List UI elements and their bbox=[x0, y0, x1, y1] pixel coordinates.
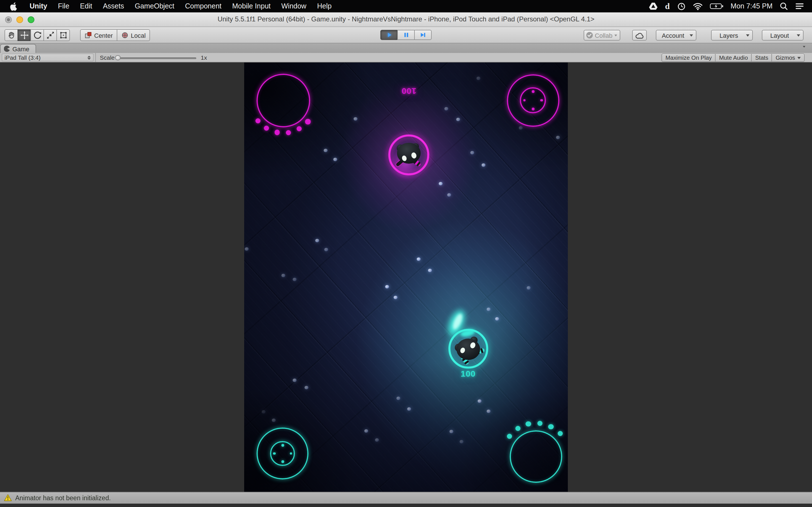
account-label: Account bbox=[656, 32, 690, 39]
move-tool-button[interactable] bbox=[17, 29, 31, 41]
stats-button[interactable]: Stats bbox=[751, 54, 772, 62]
layers-caret-icon bbox=[746, 34, 749, 36]
d-icon[interactable]: d bbox=[665, 1, 670, 11]
mute-audio-button[interactable]: Mute Audio bbox=[715, 54, 752, 62]
center-pivot-icon bbox=[85, 32, 92, 39]
hud-dot bbox=[515, 426, 520, 431]
pivot-local-label: Local bbox=[131, 32, 146, 39]
pause-button[interactable] bbox=[397, 30, 415, 40]
scale-slider-track[interactable] bbox=[117, 57, 196, 59]
layout-dropdown[interactable]: Layout bbox=[762, 30, 804, 41]
game-tab-label: Game bbox=[12, 45, 29, 52]
account-dropdown[interactable]: Account bbox=[656, 30, 696, 41]
rect-tool-button[interactable] bbox=[56, 29, 70, 41]
hand-icon bbox=[9, 33, 13, 38]
game-view-tab[interactable]: Game bbox=[0, 44, 36, 53]
aspect-updown-icon bbox=[87, 55, 91, 59]
menu-item-window[interactable]: Window bbox=[276, 0, 312, 12]
status-bar[interactable]: Animator has not been initialized. bbox=[0, 492, 812, 503]
move-icon bbox=[20, 31, 29, 40]
menu-item-gameobject[interactable]: GameObject bbox=[130, 0, 180, 12]
pivot-center-button[interactable]: Center bbox=[80, 29, 117, 41]
hud-dot bbox=[558, 431, 563, 436]
pivot-local-button[interactable]: Local bbox=[117, 29, 150, 41]
collab-check-icon bbox=[586, 32, 593, 39]
collab-caret-icon bbox=[614, 34, 617, 36]
collab-button[interactable]: Collab bbox=[583, 30, 620, 41]
time-machine-icon[interactable] bbox=[677, 2, 686, 10]
game-render: 100 100 bbox=[245, 62, 568, 492]
screen: Unity File Edit Assets GameObject Compon… bbox=[0, 0, 812, 507]
menu-item-unity[interactable]: Unity bbox=[24, 0, 53, 12]
menu-clock[interactable]: Mon 7:45 PM bbox=[730, 2, 772, 10]
pause-icon bbox=[403, 32, 409, 38]
divider bbox=[95, 53, 96, 62]
menu-item-edit[interactable]: Edit bbox=[75, 0, 98, 12]
hud-dot bbox=[282, 444, 284, 446]
hud-dot bbox=[274, 130, 280, 135]
wifi-icon[interactable] bbox=[693, 3, 702, 10]
unity-toolbar: Center Local Collab bbox=[0, 27, 812, 43]
hud-dot bbox=[255, 118, 260, 123]
hud-dot bbox=[548, 424, 553, 429]
scale-value: 1x bbox=[201, 54, 207, 61]
layout-label: Layout bbox=[762, 32, 797, 39]
scale-icon bbox=[46, 31, 54, 40]
hud-dot bbox=[305, 119, 310, 124]
tab-options-button[interactable] bbox=[802, 46, 810, 48]
rotate-icon bbox=[33, 31, 42, 40]
local-pivot-icon bbox=[121, 32, 129, 39]
hud-dot bbox=[297, 126, 302, 131]
status-message: Animator has not been initialized. bbox=[15, 494, 111, 501]
cloud-services-button[interactable] bbox=[632, 30, 647, 41]
menu-item-file[interactable]: File bbox=[53, 0, 75, 12]
menu-item-mobile-input[interactable]: Mobile Input bbox=[227, 0, 276, 12]
layers-dropdown[interactable]: Layers bbox=[711, 30, 753, 41]
hand-tool-button[interactable] bbox=[4, 29, 18, 41]
window-title: Unity 5.5.1f1 Personal (64bit) - Game.un… bbox=[0, 12, 812, 26]
ability-circle-top-left[interactable] bbox=[257, 73, 310, 127]
scale-tool-button[interactable] bbox=[43, 29, 57, 41]
step-button[interactable] bbox=[414, 30, 432, 40]
bottom-strip bbox=[0, 503, 812, 507]
tab-strip: Game bbox=[0, 43, 812, 53]
touch-hud-layer bbox=[245, 62, 568, 492]
apple-icon[interactable] bbox=[10, 2, 17, 10]
game-viewport: 100 100 bbox=[0, 62, 812, 492]
collab-label: Collab bbox=[595, 32, 612, 39]
menu-item-help[interactable]: Help bbox=[312, 0, 337, 12]
notification-center-icon[interactable] bbox=[795, 3, 804, 10]
aspect-ratio-dropdown[interactable]: iPad Tall (3:4) bbox=[2, 54, 94, 61]
scale-label: Scale bbox=[100, 54, 115, 61]
drive-icon[interactable] bbox=[649, 2, 658, 10]
menu-item-assets[interactable]: Assets bbox=[98, 0, 130, 12]
spotlight-icon[interactable] bbox=[780, 2, 788, 10]
macos-menu-bar: Unity File Edit Assets GameObject Compon… bbox=[0, 0, 812, 12]
battery-icon[interactable] bbox=[710, 3, 723, 10]
hud-dot bbox=[286, 130, 291, 135]
top-player-score: 100 bbox=[402, 87, 416, 96]
play-button[interactable] bbox=[380, 30, 398, 40]
cloud-icon bbox=[635, 32, 644, 39]
ability-circle-bottom-right[interactable] bbox=[510, 430, 562, 483]
warning-icon bbox=[4, 494, 12, 501]
hud-dot bbox=[273, 452, 275, 455]
menu-item-component[interactable]: Component bbox=[180, 0, 227, 12]
layout-caret-icon bbox=[797, 34, 800, 36]
gizmos-caret-icon bbox=[797, 57, 801, 59]
game-view-toolbar: iPad Tall (3:4) Scale 1x Maximize On Pla… bbox=[0, 53, 812, 62]
window-title-bar: Unity 5.5.1f1 Personal (64bit) - Game.un… bbox=[0, 12, 812, 27]
rotate-tool-button[interactable] bbox=[31, 29, 44, 41]
hud-dot bbox=[507, 434, 512, 439]
gizmos-dropdown[interactable]: Gizmos bbox=[772, 54, 805, 62]
play-icon bbox=[386, 32, 393, 38]
pivot-center-label: Center bbox=[94, 32, 113, 39]
scale-slider-knob[interactable] bbox=[115, 55, 120, 60]
hud-dot bbox=[282, 460, 284, 463]
hud-dot bbox=[538, 421, 543, 426]
bottom-player-score: 100 bbox=[461, 369, 476, 378]
tab-options-caret-icon bbox=[803, 46, 806, 48]
step-icon bbox=[419, 32, 426, 38]
gizmos-label: Gizmos bbox=[776, 55, 795, 61]
maximize-on-play-button[interactable]: Maximize On Play bbox=[661, 54, 716, 62]
